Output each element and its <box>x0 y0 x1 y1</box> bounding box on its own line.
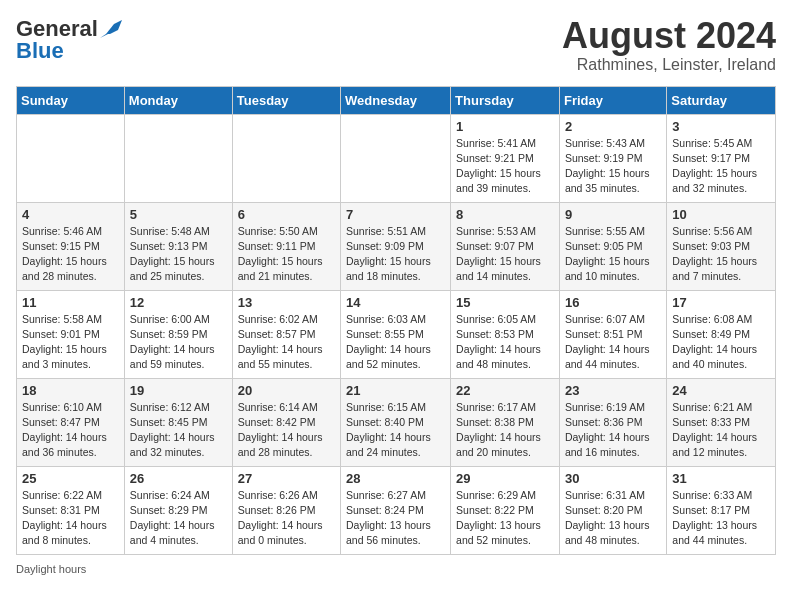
footer-text: Daylight hours <box>16 563 86 575</box>
header-saturday: Saturday <box>667 86 776 114</box>
logo: General Blue <box>16 16 122 64</box>
calendar-cell: 29Sunrise: 6:29 AM Sunset: 8:22 PM Dayli… <box>451 466 560 554</box>
day-info: Sunrise: 6:33 AM Sunset: 8:17 PM Dayligh… <box>672 488 770 549</box>
day-number: 17 <box>672 295 770 310</box>
day-number: 27 <box>238 471 335 486</box>
calendar-cell: 4Sunrise: 5:46 AM Sunset: 9:15 PM Daylig… <box>17 202 125 290</box>
day-number: 12 <box>130 295 227 310</box>
footer: Daylight hours <box>16 563 776 575</box>
day-info: Sunrise: 6:10 AM Sunset: 8:47 PM Dayligh… <box>22 400 119 461</box>
calendar-cell: 7Sunrise: 5:51 AM Sunset: 9:09 PM Daylig… <box>341 202 451 290</box>
calendar-cell: 30Sunrise: 6:31 AM Sunset: 8:20 PM Dayli… <box>559 466 666 554</box>
week-row: 18Sunrise: 6:10 AM Sunset: 8:47 PM Dayli… <box>17 378 776 466</box>
calendar-cell: 20Sunrise: 6:14 AM Sunset: 8:42 PM Dayli… <box>232 378 340 466</box>
day-number: 30 <box>565 471 661 486</box>
day-info: Sunrise: 5:51 AM Sunset: 9:09 PM Dayligh… <box>346 224 445 285</box>
day-number: 6 <box>238 207 335 222</box>
day-info: Sunrise: 6:14 AM Sunset: 8:42 PM Dayligh… <box>238 400 335 461</box>
day-number: 22 <box>456 383 554 398</box>
location: Rathmines, Leinster, Ireland <box>562 56 776 74</box>
calendar-cell: 9Sunrise: 5:55 AM Sunset: 9:05 PM Daylig… <box>559 202 666 290</box>
calendar-cell: 25Sunrise: 6:22 AM Sunset: 8:31 PM Dayli… <box>17 466 125 554</box>
header-thursday: Thursday <box>451 86 560 114</box>
calendar-cell <box>17 114 125 202</box>
week-row: 1Sunrise: 5:41 AM Sunset: 9:21 PM Daylig… <box>17 114 776 202</box>
calendar-cell: 28Sunrise: 6:27 AM Sunset: 8:24 PM Dayli… <box>341 466 451 554</box>
day-info: Sunrise: 6:17 AM Sunset: 8:38 PM Dayligh… <box>456 400 554 461</box>
day-info: Sunrise: 5:56 AM Sunset: 9:03 PM Dayligh… <box>672 224 770 285</box>
day-info: Sunrise: 6:29 AM Sunset: 8:22 PM Dayligh… <box>456 488 554 549</box>
day-info: Sunrise: 6:27 AM Sunset: 8:24 PM Dayligh… <box>346 488 445 549</box>
title-block: August 2024 Rathmines, Leinster, Ireland <box>562 16 776 74</box>
header-friday: Friday <box>559 86 666 114</box>
calendar-cell <box>341 114 451 202</box>
day-info: Sunrise: 5:55 AM Sunset: 9:05 PM Dayligh… <box>565 224 661 285</box>
day-number: 3 <box>672 119 770 134</box>
calendar-cell: 14Sunrise: 6:03 AM Sunset: 8:55 PM Dayli… <box>341 290 451 378</box>
day-number: 26 <box>130 471 227 486</box>
week-row: 11Sunrise: 5:58 AM Sunset: 9:01 PM Dayli… <box>17 290 776 378</box>
day-info: Sunrise: 6:22 AM Sunset: 8:31 PM Dayligh… <box>22 488 119 549</box>
calendar-cell: 6Sunrise: 5:50 AM Sunset: 9:11 PM Daylig… <box>232 202 340 290</box>
calendar-cell <box>124 114 232 202</box>
calendar-cell: 21Sunrise: 6:15 AM Sunset: 8:40 PM Dayli… <box>341 378 451 466</box>
day-number: 25 <box>22 471 119 486</box>
day-number: 28 <box>346 471 445 486</box>
day-info: Sunrise: 6:08 AM Sunset: 8:49 PM Dayligh… <box>672 312 770 373</box>
day-number: 4 <box>22 207 119 222</box>
day-number: 20 <box>238 383 335 398</box>
header-tuesday: Tuesday <box>232 86 340 114</box>
calendar-cell: 23Sunrise: 6:19 AM Sunset: 8:36 PM Dayli… <box>559 378 666 466</box>
calendar-cell: 10Sunrise: 5:56 AM Sunset: 9:03 PM Dayli… <box>667 202 776 290</box>
day-number: 7 <box>346 207 445 222</box>
day-number: 11 <box>22 295 119 310</box>
day-info: Sunrise: 6:15 AM Sunset: 8:40 PM Dayligh… <box>346 400 445 461</box>
day-number: 19 <box>130 383 227 398</box>
page-header: General Blue August 2024 Rathmines, Lein… <box>16 16 776 74</box>
week-row: 25Sunrise: 6:22 AM Sunset: 8:31 PM Dayli… <box>17 466 776 554</box>
calendar-cell: 31Sunrise: 6:33 AM Sunset: 8:17 PM Dayli… <box>667 466 776 554</box>
day-info: Sunrise: 6:03 AM Sunset: 8:55 PM Dayligh… <box>346 312 445 373</box>
day-number: 10 <box>672 207 770 222</box>
day-number: 29 <box>456 471 554 486</box>
day-info: Sunrise: 6:26 AM Sunset: 8:26 PM Dayligh… <box>238 488 335 549</box>
day-number: 23 <box>565 383 661 398</box>
calendar-cell: 3Sunrise: 5:45 AM Sunset: 9:17 PM Daylig… <box>667 114 776 202</box>
day-number: 1 <box>456 119 554 134</box>
svg-marker-0 <box>106 20 122 34</box>
calendar-table: SundayMondayTuesdayWednesdayThursdayFrid… <box>16 86 776 555</box>
day-info: Sunrise: 6:31 AM Sunset: 8:20 PM Dayligh… <box>565 488 661 549</box>
svg-marker-1 <box>100 34 108 38</box>
calendar-cell: 27Sunrise: 6:26 AM Sunset: 8:26 PM Dayli… <box>232 466 340 554</box>
day-number: 18 <box>22 383 119 398</box>
day-info: Sunrise: 5:46 AM Sunset: 9:15 PM Dayligh… <box>22 224 119 285</box>
logo-blue: Blue <box>16 38 64 64</box>
calendar-cell: 18Sunrise: 6:10 AM Sunset: 8:47 PM Dayli… <box>17 378 125 466</box>
day-info: Sunrise: 6:02 AM Sunset: 8:57 PM Dayligh… <box>238 312 335 373</box>
day-number: 5 <box>130 207 227 222</box>
day-info: Sunrise: 6:00 AM Sunset: 8:59 PM Dayligh… <box>130 312 227 373</box>
header-row: SundayMondayTuesdayWednesdayThursdayFrid… <box>17 86 776 114</box>
calendar-cell: 24Sunrise: 6:21 AM Sunset: 8:33 PM Dayli… <box>667 378 776 466</box>
header-monday: Monday <box>124 86 232 114</box>
calendar-cell: 11Sunrise: 5:58 AM Sunset: 9:01 PM Dayli… <box>17 290 125 378</box>
day-info: Sunrise: 6:07 AM Sunset: 8:51 PM Dayligh… <box>565 312 661 373</box>
month-title: August 2024 <box>562 16 776 56</box>
logo-bird-icon <box>100 20 122 38</box>
calendar-cell <box>232 114 340 202</box>
calendar-cell: 17Sunrise: 6:08 AM Sunset: 8:49 PM Dayli… <box>667 290 776 378</box>
calendar-cell: 13Sunrise: 6:02 AM Sunset: 8:57 PM Dayli… <box>232 290 340 378</box>
calendar-cell: 19Sunrise: 6:12 AM Sunset: 8:45 PM Dayli… <box>124 378 232 466</box>
day-info: Sunrise: 6:19 AM Sunset: 8:36 PM Dayligh… <box>565 400 661 461</box>
day-number: 13 <box>238 295 335 310</box>
day-number: 2 <box>565 119 661 134</box>
day-number: 24 <box>672 383 770 398</box>
day-info: Sunrise: 6:12 AM Sunset: 8:45 PM Dayligh… <box>130 400 227 461</box>
calendar-body: 1Sunrise: 5:41 AM Sunset: 9:21 PM Daylig… <box>17 114 776 554</box>
day-info: Sunrise: 5:50 AM Sunset: 9:11 PM Dayligh… <box>238 224 335 285</box>
day-number: 31 <box>672 471 770 486</box>
day-info: Sunrise: 5:48 AM Sunset: 9:13 PM Dayligh… <box>130 224 227 285</box>
calendar-cell: 16Sunrise: 6:07 AM Sunset: 8:51 PM Dayli… <box>559 290 666 378</box>
week-row: 4Sunrise: 5:46 AM Sunset: 9:15 PM Daylig… <box>17 202 776 290</box>
day-info: Sunrise: 5:53 AM Sunset: 9:07 PM Dayligh… <box>456 224 554 285</box>
